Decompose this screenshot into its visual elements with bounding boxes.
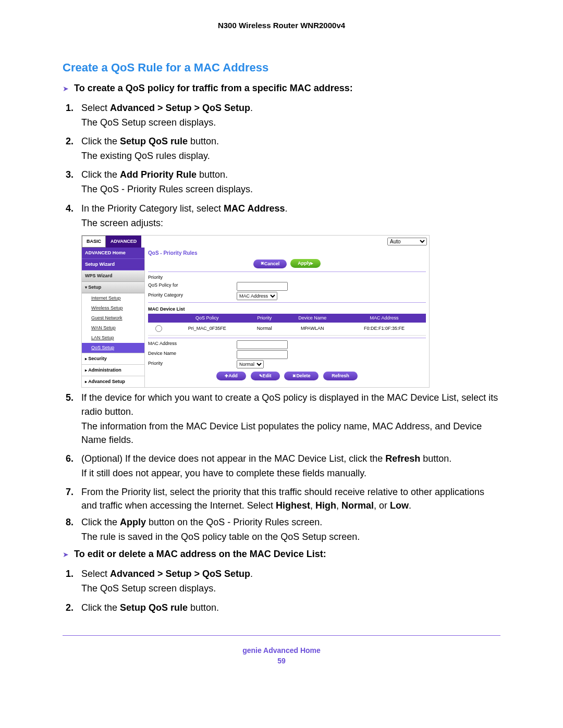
step-7: From the Priority list, select the prior…	[76, 485, 500, 512]
th-qos-policy: QoS Policy	[168, 314, 247, 323]
sidebar-item-guest-network[interactable]: Guest Network	[82, 313, 144, 323]
sidebar-item-wireless-setup[interactable]: Wireless Setup	[82, 303, 144, 313]
step-1: Select Advanced > Setup > QoS Setup. The…	[76, 101, 500, 129]
footer-page-number: 59	[63, 657, 500, 665]
sidebar-item-wan-setup[interactable]: WAN Setup	[82, 323, 144, 333]
priority-category-select[interactable]: MAC Address	[237, 292, 277, 300]
step2-1: Select Advanced > Setup > QoS Setup. The…	[76, 567, 500, 595]
sidebar-item-internet-setup[interactable]: Internet Setup	[82, 293, 144, 303]
top-bar: BASIC ADVANCED Auto	[82, 236, 429, 248]
mac-address-input[interactable]	[237, 340, 288, 349]
priority-category-label: Priority Category	[148, 292, 200, 300]
apply-button[interactable]: Apply	[290, 259, 321, 268]
priority-select-label: Priority	[148, 360, 200, 368]
step2-2: Click the Setup QoS rule button.	[76, 601, 500, 614]
top-button-row: Cancel Apply	[148, 259, 426, 268]
delete-button[interactable]: Delete	[284, 372, 319, 380]
sidebar-advanced-setup[interactable]: Advanced Setup	[82, 376, 144, 387]
cell-priority: Normal	[247, 323, 283, 336]
footer-rule	[63, 635, 500, 636]
tab-advanced[interactable]: ADVANCED	[106, 236, 141, 248]
router-ui-screenshot: BASIC ADVANCED Auto ADVANCED Home Setup …	[81, 235, 430, 388]
step-4: In the Priority Category list, select MA…	[76, 202, 500, 388]
sidebar-wps-wizard[interactable]: WPS Wizard	[82, 270, 144, 282]
step-2: Click the Setup QoS rule button. The exi…	[76, 134, 500, 163]
mac-device-table: QoS Policy Priority Device Name MAC Addr…	[148, 314, 426, 336]
sidebar-advanced-home[interactable]: ADVANCED Home	[82, 248, 144, 259]
mac-address-label: MAC Address	[148, 340, 200, 349]
step-8: Click the Apply button on the QoS - Prio…	[76, 515, 500, 544]
sidebar-setup-wizard[interactable]: Setup Wizard	[82, 259, 144, 270]
sidebar-security[interactable]: Security	[82, 353, 144, 364]
priority-select[interactable]: Normal	[237, 360, 264, 368]
refresh-button[interactable]: Refresh	[323, 372, 358, 380]
lead-block-1: ➤ To create a QoS policy for traffic fro…	[63, 83, 500, 94]
qos-policy-label: QoS Policy for	[148, 282, 200, 291]
footer-section-name: genie Advanced Home	[63, 646, 500, 655]
row-select-radio[interactable]	[155, 325, 162, 332]
th-priority: Priority	[247, 314, 283, 323]
tab-bar: BASIC ADVANCED	[82, 236, 141, 248]
display-mode-select-wrap: Auto	[387, 236, 429, 248]
doc-header: N300 Wireless Router WNR2000v4	[63, 21, 500, 30]
cell-device-name: MPAWLAN	[283, 323, 342, 336]
qos-policy-input[interactable]	[237, 282, 288, 291]
sidebar-item-lan-setup[interactable]: LAN Setup	[82, 333, 144, 343]
divider	[148, 272, 426, 272]
panel-title: QoS - Priority Rules	[148, 250, 426, 257]
priority-label: Priority	[148, 274, 200, 281]
row-priority-select: Priority Normal	[148, 360, 426, 368]
device-name-input[interactable]	[237, 350, 288, 359]
arrow-icon: ➤	[63, 84, 69, 93]
table-row: Pri_MAC_0F35FE Normal MPAWLAN F0:DE:F1:0…	[148, 323, 426, 336]
sidebar-item-qos-setup[interactable]: QoS Setup	[82, 343, 144, 353]
row-mac-address: MAC Address	[148, 340, 426, 349]
row-device-name: Device Name	[148, 350, 426, 359]
device-name-label: Device Name	[148, 350, 200, 359]
row-priority-category: Priority Category MAC Address	[148, 292, 426, 300]
add-button[interactable]: Add	[216, 372, 246, 380]
mac-device-list-header: MAC Device List	[148, 306, 426, 313]
section-title: Create a QoS Rule for a MAC Address	[63, 61, 500, 75]
edit-button[interactable]: Edit	[251, 372, 280, 380]
table-header-row: QoS Policy Priority Device Name MAC Addr…	[148, 314, 426, 323]
sidebar-setup[interactable]: Setup	[82, 282, 144, 293]
ui-body: ADVANCED Home Setup Wizard WPS Wizard Se…	[82, 248, 429, 388]
lead-text-2: To edit or delete a MAC address on the M…	[74, 549, 326, 560]
th-mac-address: MAC Address	[342, 314, 426, 323]
step-3: Click the Add Priority Rule button. The …	[76, 168, 500, 196]
step-5: If the device for which you want to crea…	[76, 391, 500, 446]
action-button-row: Add Edit Delete Refresh	[148, 372, 426, 380]
sidebar-administration[interactable]: Administration	[82, 364, 144, 376]
step-6: (Optional) If the device does not appear…	[76, 452, 500, 480]
cell-mac-address: F0:DE:F1:0F:35:FE	[342, 323, 426, 336]
steps-list-2: Select Advanced > Setup > QoS Setup. The…	[63, 567, 500, 614]
lead-block-2: ➤ To edit or delete a MAC address on the…	[63, 549, 500, 560]
sidebar: ADVANCED Home Setup Wizard WPS Wizard Se…	[82, 248, 145, 388]
display-mode-select[interactable]: Auto	[387, 238, 427, 245]
cell-qos-policy: Pri_MAC_0F35FE	[168, 323, 247, 336]
cancel-button[interactable]: Cancel	[253, 260, 287, 268]
steps-list-1: Select Advanced > Setup > QoS Setup. The…	[63, 101, 500, 544]
divider	[148, 338, 426, 338]
tab-basic[interactable]: BASIC	[82, 236, 106, 248]
main-panel: QoS - Priority Rules Cancel Apply Priori…	[145, 248, 429, 388]
row-qos-policy: QoS Policy for	[148, 282, 426, 291]
row-priority: Priority	[148, 274, 426, 281]
lead-text-1: To create a QoS policy for traffic from …	[74, 83, 353, 94]
arrow-icon: ➤	[63, 550, 69, 559]
document-page: N300 Wireless Router WNR2000v4 Create a …	[0, 0, 563, 686]
th-radio	[148, 314, 168, 323]
th-device-name: Device Name	[283, 314, 342, 323]
divider	[148, 302, 426, 303]
